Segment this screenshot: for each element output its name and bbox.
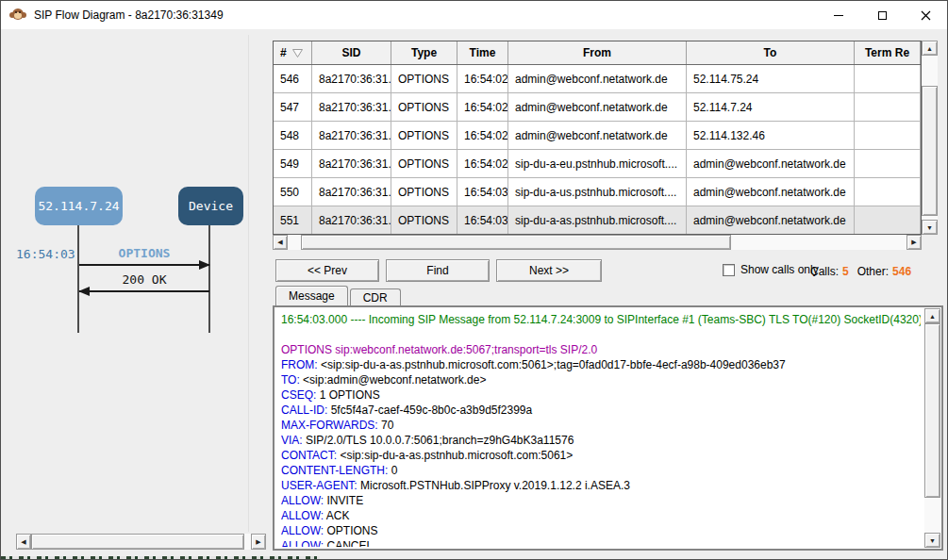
cell-term <box>855 65 921 92</box>
scroll-down-button[interactable]: ▼ <box>924 533 940 548</box>
scrollbar-thumb[interactable] <box>922 86 938 216</box>
table-row[interactable]: 5518a2170:36:31...OPTIONS16:54:03sip-du-… <box>274 206 921 235</box>
next-button[interactable]: Next >> <box>496 259 602 282</box>
message-vertical-scrollbar[interactable]: ▲ ▼ <box>924 308 940 548</box>
column-header-from[interactable]: From <box>508 41 687 64</box>
sip-header-line: CONTENT-LENGTH: 0 <box>281 463 921 478</box>
maximize-icon <box>878 11 887 20</box>
cell-from: sip-du-a-eu.pstnhub.microsoft.... <box>508 150 687 177</box>
cell-from: sip-du-a-as.pstnhub.microsoft.... <box>508 206 687 234</box>
scroll-up-button[interactable]: ▲ <box>922 41 938 56</box>
tab-cdr[interactable]: CDR <box>350 288 401 305</box>
table-vertical-scrollbar[interactable]: ▲ ▼ <box>922 41 938 235</box>
close-icon <box>921 10 931 21</box>
scroll-left-button[interactable]: ◀ <box>16 534 31 550</box>
table-row[interactable]: 5488a2170:36:31...OPTIONS16:54:02admin@w… <box>274 122 921 150</box>
table-horizontal-scrollbar[interactable]: ◀ ▶ <box>273 235 922 250</box>
sip-header-name: ALLOW: <box>281 524 324 537</box>
cell-term <box>855 122 921 149</box>
sip-header-line: ALLOW: CANCEL <box>281 538 921 547</box>
cell-num: 546 <box>274 65 312 92</box>
cell-term <box>855 150 921 177</box>
scroll-down-button[interactable]: ▼ <box>922 220 938 235</box>
column-header-type[interactable]: Type <box>391 41 457 64</box>
sip-header-name: CONTACT: <box>281 449 337 462</box>
diagram-node-device[interactable]: Device <box>178 187 243 225</box>
cell-time: 16:54:02 <box>457 150 508 177</box>
show-calls-only-checkbox[interactable] <box>723 264 735 276</box>
sip-header-line: FROM: <sip:sip-du-a-as.pstnhub.microsoft… <box>281 357 921 372</box>
monkey-eyes <box>15 11 17 13</box>
blank-line <box>281 327 921 342</box>
scrollbar-track[interactable] <box>924 323 940 533</box>
cell-to: 52.114.132.46 <box>687 122 855 149</box>
cell-to: admin@webconf.netatwork.de <box>687 178 855 206</box>
table-row[interactable]: 5498a2170:36:31...OPTIONS16:54:02sip-du-… <box>274 150 921 178</box>
cell-type: OPTIONS <box>391 178 457 206</box>
tab-message[interactable]: Message <box>275 286 348 305</box>
cell-sid: 8a2170:36:31... <box>312 206 391 234</box>
cell-term <box>855 93 921 121</box>
diagram-horizontal-scrollbar[interactable]: ◀ ▶ <box>16 534 266 550</box>
scrollbar-track[interactable] <box>922 56 938 220</box>
cell-sid: 8a2170:36:31... <box>312 122 391 149</box>
scroll-right-button[interactable]: ▶ <box>251 534 266 550</box>
arrow-200ok <box>79 290 209 292</box>
sip-header-line: CSEQ: 1 OPTIONS <box>281 387 921 403</box>
column-header-num[interactable]: # <box>274 41 312 64</box>
sip-headers: FROM: <sip:sip-du-a-as.pstnhub.microsoft… <box>281 357 921 547</box>
sip-header-value: CANCEL <box>324 539 373 547</box>
table-row[interactable]: 5508a2170:36:31...OPTIONS16:54:03sip-du-… <box>274 178 921 206</box>
find-button[interactable]: Find <box>386 259 490 282</box>
sip-header-line: ALLOW: ACK <box>281 508 921 523</box>
cell-sid: 8a2170:36:31... <box>312 178 391 206</box>
sip-header-line: CONTACT: <sip:sip-du-a-as.pstnhub.micros… <box>281 448 921 463</box>
minimize-button[interactable] <box>817 1 860 29</box>
scrollbar-thumb[interactable] <box>924 323 940 498</box>
arrowhead-right-icon <box>199 260 210 270</box>
sip-header-name: MAX-FORWARDS: <box>281 419 378 432</box>
column-header-to[interactable]: To <box>687 41 855 64</box>
prev-button[interactable]: << Prev <box>275 259 379 282</box>
sip-header-name: USER-AGENT: <box>281 479 358 492</box>
sip-header-value: <sip:admin@webconf.netatwork.de> <box>300 373 487 387</box>
message-panel: 16:54:03.000 ---- Incoming SIP Message f… <box>273 305 943 551</box>
cell-time: 16:54:02 <box>457 122 508 149</box>
scrollbar-track[interactable] <box>288 235 906 250</box>
call-table-body: 5468a2170:36:31...OPTIONS16:54:02admin@w… <box>274 65 921 235</box>
cell-sid: 8a2170:36:31... <box>312 150 391 177</box>
column-header-label: Time <box>470 46 496 59</box>
sip-header-line: MAX-FORWARDS: 70 <box>281 418 921 433</box>
scrollbar-thumb[interactable] <box>301 235 731 250</box>
cell-num: 548 <box>274 122 312 149</box>
diagram-panel-edge <box>248 35 249 532</box>
sip-header-value: 0 <box>388 464 397 477</box>
sip-header-line: USER-AGENT: Microsoft.PSTNHub.SIPProxy v… <box>281 478 921 493</box>
arrow-options <box>79 264 209 266</box>
scroll-right-button[interactable]: ▶ <box>906 235 922 250</box>
cell-to: admin@webconf.netatwork.de <box>687 206 855 234</box>
scrollbar-thumb[interactable] <box>31 534 244 550</box>
scroll-up-button[interactable]: ▲ <box>924 308 940 323</box>
scrollbar-track[interactable] <box>31 534 251 550</box>
scroll-left-button[interactable]: ◀ <box>273 235 288 250</box>
cell-time: 16:54:02 <box>457 65 508 92</box>
maximize-button[interactable] <box>860 1 904 29</box>
table-row[interactable]: 5478a2170:36:31...OPTIONS16:54:02admin@w… <box>274 93 921 122</box>
monkey-face <box>14 12 22 19</box>
diagram-message-options[interactable]: OPTIONS <box>80 246 208 260</box>
table-row[interactable]: 5468a2170:36:31...OPTIONS16:54:02admin@w… <box>274 65 921 93</box>
sip-header-name: VIA: <box>281 434 303 447</box>
cell-num: 549 <box>274 150 312 177</box>
cell-from: admin@webconf.netatwork.de <box>508 93 687 121</box>
cell-term <box>855 206 921 234</box>
column-header-term-reason[interactable]: Term Re <box>855 41 921 64</box>
sip-request-line: OPTIONS sip:webconf.netatwork.de:5067;tr… <box>281 342 921 357</box>
diagram-message-200ok[interactable]: 200 OK <box>80 272 208 287</box>
column-header-sid[interactable]: SID <box>312 41 391 64</box>
cell-to: 52.114.7.24 <box>687 93 855 121</box>
diagram-node-remote[interactable]: 52.114.7.24 <box>35 187 123 225</box>
message-table: # SID Type Time From To Term Re 5468a217… <box>273 41 922 235</box>
close-button[interactable] <box>904 1 947 29</box>
column-header-time[interactable]: Time <box>457 41 508 64</box>
